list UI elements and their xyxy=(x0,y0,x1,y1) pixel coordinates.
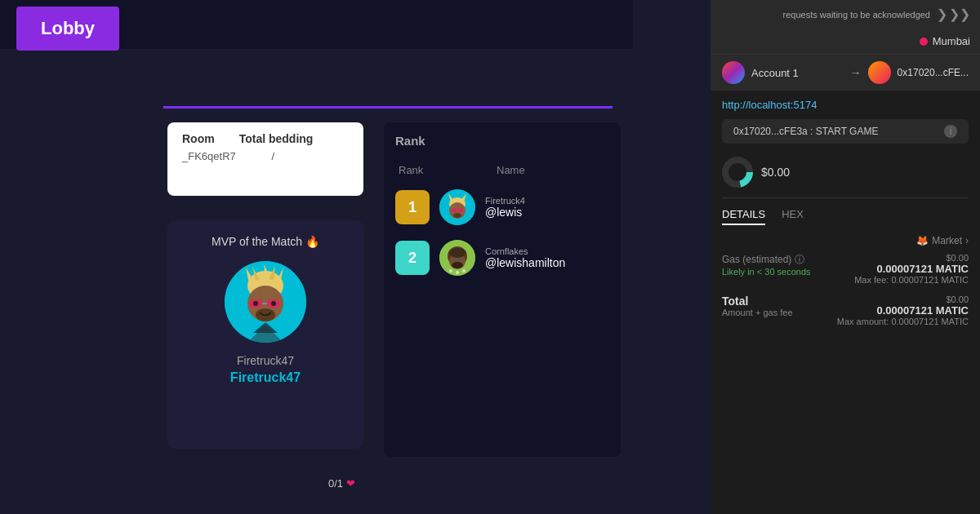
mm-gas-row: Gas (estimated) ⓘ Likely in < 30 seconds… xyxy=(722,253,969,285)
name-header: Name xyxy=(497,164,595,176)
total-bedding-label: Total bedding xyxy=(239,132,314,145)
heart-icon: ❤ xyxy=(346,477,355,490)
mm-total-matic: 0.00007121 MATIC xyxy=(837,304,969,317)
game-area: Lobby Room Total bedding _FK6qetR7 / MVP… xyxy=(0,0,633,514)
svg-rect-22 xyxy=(458,208,463,212)
player-info-2: Cornflakes @lewishamilton xyxy=(485,246,565,269)
player-avatar-2 xyxy=(439,240,475,276)
mm-total-row: Total Amount + gas fee $0.00 0.00007121 … xyxy=(722,295,969,326)
mm-arrows[interactable]: ❯ ❯❯ xyxy=(937,7,970,22)
mm-market-link[interactable]: 🦊 Market › xyxy=(722,235,969,246)
leaderboard-panel: Rank Rank Name 1 xyxy=(384,122,621,457)
mm-gas-usd: $0.00 xyxy=(854,253,969,263)
mm-requests-text: requests waiting to be acknowledged xyxy=(783,10,930,20)
room-label: Room xyxy=(182,132,215,145)
mm-arrow-right: → xyxy=(850,66,862,79)
mm-pie-chart xyxy=(722,157,753,188)
player-tag-1: Firetruck4 xyxy=(485,196,525,206)
mm-total-label: Total xyxy=(722,295,793,308)
mm-gas-label: Gas (estimated) ⓘ xyxy=(722,253,811,267)
mm-amount-usd: $0.00 xyxy=(761,166,790,179)
mm-account-avatar xyxy=(722,61,745,84)
mvp-title: MVP of the Match 🔥 xyxy=(212,235,319,248)
mvp-handle: Firetruck47 xyxy=(230,370,301,385)
player-tag-2: Cornflakes xyxy=(485,246,565,256)
mm-total-values: $0.00 0.00007121 MATIC Max amount: 0.000… xyxy=(837,295,969,326)
metamask-panel: requests waiting to be acknowledged ❯ ❯❯… xyxy=(710,0,980,514)
mm-network-dot xyxy=(920,38,928,46)
svg-rect-21 xyxy=(452,208,457,212)
mm-network-name: Mumbai xyxy=(933,35,970,47)
mm-arrow-right-double: ❯❯ xyxy=(949,7,970,22)
mm-maxfee: Max fee: 0.00007121 MATIC xyxy=(854,275,969,285)
mm-gas-matic: 0.00007121 MATIC xyxy=(854,263,969,275)
mvp-avatar xyxy=(225,261,306,343)
mm-account-row: Account 1 → 0x17020...cFE... xyxy=(710,54,980,91)
mm-info-icon[interactable]: i xyxy=(944,125,957,138)
mm-gas-values: $0.00 0.00007121 MATIC Max fee: 0.000071… xyxy=(854,253,969,285)
player-avatar-1 xyxy=(439,189,475,225)
svg-point-12 xyxy=(271,301,276,306)
mm-tabs: DETAILS HEX xyxy=(710,202,980,232)
leaderboard-title: Rank xyxy=(395,134,609,148)
mm-network-row: Mumbai xyxy=(710,29,980,54)
lobby-button[interactable]: Lobby xyxy=(16,7,119,51)
svg-rect-28 xyxy=(458,258,463,262)
mm-max-amount: Max amount: 0.00007121 MATIC xyxy=(837,317,969,326)
mm-amount-fee: Amount + gas fee xyxy=(722,308,793,317)
mm-request-text: 0x17020...cFE3a : START GAME xyxy=(733,126,878,137)
rank-badge-1: 1 xyxy=(395,190,430,224)
accent-line xyxy=(163,106,612,109)
mm-pie-area: $0.00 xyxy=(710,150,980,194)
leaderboard-headers: Rank Name xyxy=(395,164,609,176)
rank-badge-2: 2 xyxy=(395,241,430,275)
mm-divider xyxy=(722,197,969,198)
mm-arrow-left: ❯ xyxy=(937,7,947,22)
mm-likely-label: Likely in < 30 seconds xyxy=(722,267,811,277)
svg-rect-27 xyxy=(452,258,457,262)
score-badge: 0/1 ❤ xyxy=(328,477,355,490)
mm-tab-details[interactable]: DETAILS xyxy=(722,208,765,225)
svg-point-32 xyxy=(456,271,459,274)
room-card-header: Room Total bedding xyxy=(182,132,349,145)
svg-point-29 xyxy=(452,262,463,268)
svg-point-30 xyxy=(449,248,466,258)
leaderboard-row-1: 1 Firetruck4 @lewis xyxy=(395,189,609,225)
svg-point-31 xyxy=(449,269,452,273)
mm-gas-info: ⓘ xyxy=(795,254,804,265)
svg-point-11 xyxy=(253,301,258,306)
mm-market-arrow: › xyxy=(965,235,969,246)
mm-account-address: 0x17020...cFE... xyxy=(898,67,969,78)
rank-header: Rank xyxy=(399,164,448,176)
svg-point-23 xyxy=(453,213,461,218)
player-info-1: Firetruck4 @lewis xyxy=(485,196,525,219)
player-handle-1: @lewis xyxy=(485,206,525,219)
top-bar: Lobby xyxy=(0,0,633,49)
mm-details-section: 🦊 Market › Gas (estimated) ⓘ Likely in <… xyxy=(710,232,980,333)
mm-dest-avatar xyxy=(868,61,891,84)
room-card: Room Total bedding _FK6qetR7 / xyxy=(167,122,363,196)
room-id: _FK6qetR7 / xyxy=(182,150,349,162)
mm-tab-hex[interactable]: HEX xyxy=(782,208,804,225)
mm-url-bar: http://localhost:5174 xyxy=(710,91,980,119)
mvp-username: Firetruck47 xyxy=(237,354,294,367)
svg-point-33 xyxy=(462,269,466,273)
mm-top-bar: requests waiting to be acknowledged ❯ ❯❯ xyxy=(710,0,980,29)
leaderboard-row-2: 2 Cornflakes @lew xyxy=(395,240,609,276)
mm-market-icon: 🦊 xyxy=(916,235,929,246)
player-handle-2: @lewishamilton xyxy=(485,256,565,269)
mvp-card: MVP of the Match 🔥 xyxy=(167,220,363,449)
mm-account-name: Account 1 xyxy=(751,67,844,79)
mm-total-usd: $0.00 xyxy=(837,295,969,304)
mm-request-bar: 0x17020...cFE3a : START GAME i xyxy=(722,119,969,144)
